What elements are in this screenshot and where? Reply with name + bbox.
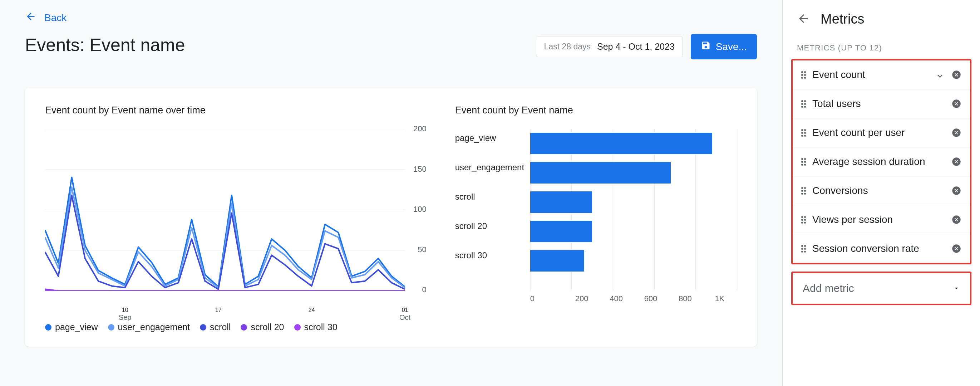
metrics-list: Event countTotal usersEvent count per us… (791, 59, 971, 264)
save-label: Save... (716, 41, 747, 53)
legend-label: user_engagement (118, 322, 190, 332)
back-button[interactable]: Back (25, 11, 67, 25)
line-chart[interactable]: 050100150200 10Sep172401Oct (45, 129, 426, 311)
y-tick: 0 (422, 285, 426, 294)
legend-item[interactable]: page_view (45, 322, 98, 332)
metric-row[interactable]: Session conversion rate (793, 234, 970, 263)
metric-row[interactable]: Average session duration (793, 147, 970, 176)
save-button[interactable]: Save... (691, 34, 757, 59)
drag-handle-icon[interactable] (801, 129, 806, 137)
bar-row (530, 246, 737, 276)
bar-row (530, 129, 737, 158)
remove-metric-icon[interactable] (951, 244, 961, 254)
bar-x-tick: 400 (599, 294, 633, 303)
y-tick: 50 (418, 245, 426, 254)
line-chart-block: Event count by Event name over time 0501… (45, 105, 426, 332)
legend-color-dot (240, 324, 247, 330)
legend-label: scroll (210, 322, 231, 332)
series-scroll 30 (45, 290, 405, 291)
metric-row[interactable]: Event count (793, 61, 970, 89)
metrics-panel: Metrics METRICS (UP TO 12) Event countTo… (782, 0, 980, 386)
date-absolute-label: Sep 4 - Oct 1, 2023 (597, 41, 675, 52)
legend-label: scroll 20 (251, 322, 284, 332)
legend-color-dot (45, 324, 51, 330)
drag-handle-icon[interactable] (801, 216, 806, 223)
x-tick: 24 (309, 307, 315, 313)
legend-color-dot (200, 324, 206, 330)
x-tick: 17 (215, 307, 222, 313)
header-actions: Last 28 days Sep 4 - Oct 1, 2023 Save... (536, 34, 757, 59)
metric-name: Average session duration (812, 156, 945, 167)
bar-chart-title: Event count by Event name (455, 105, 737, 116)
legend-color-dot (294, 324, 301, 330)
drag-handle-icon[interactable] (801, 71, 806, 79)
legend-item[interactable]: scroll 30 (294, 322, 337, 332)
bar (530, 162, 671, 183)
add-metric-label: Add metric (803, 282, 854, 294)
legend-color-dot (108, 324, 115, 330)
metric-row[interactable]: Views per session (793, 205, 970, 234)
bar-label: scroll 30 (455, 250, 527, 260)
panel-back-icon[interactable] (797, 12, 810, 27)
bar-label: scroll 20 (455, 221, 527, 231)
drag-handle-icon[interactable] (801, 187, 806, 195)
save-icon (701, 40, 711, 53)
bar (530, 133, 712, 154)
bar-row (530, 217, 737, 246)
metrics-subtitle: METRICS (UP TO 12) (783, 37, 980, 59)
add-metric-dropdown[interactable]: Add metric (791, 271, 971, 305)
bar (530, 221, 592, 242)
remove-metric-icon[interactable] (951, 215, 961, 225)
bar (530, 250, 584, 271)
metric-name: Conversions (812, 185, 945, 196)
metric-name: Session conversion rate (812, 243, 945, 254)
bar-label: page_view (455, 133, 527, 143)
main-content: Back Events: Event name Last 28 days Sep… (0, 0, 782, 386)
metric-row[interactable]: Event count per user (793, 118, 970, 147)
back-label: Back (45, 12, 67, 24)
charts-card: Event count by Event name over time 0501… (25, 88, 757, 347)
remove-metric-icon[interactable] (951, 128, 961, 138)
legend-label: scroll 30 (304, 322, 337, 332)
metric-row[interactable]: Conversions (793, 176, 970, 205)
bar-chart[interactable]: page_viewuser_engagementscrollscroll 20s… (455, 129, 737, 308)
bar-label: user_engagement (455, 163, 527, 172)
bar-x-tick: 0 (530, 294, 565, 303)
drag-handle-icon[interactable] (801, 158, 806, 166)
bar-x-tick: 600 (633, 294, 668, 303)
metric-name: Event count (812, 69, 929, 80)
bar-chart-block: Event count by Event name page_viewuser_… (455, 105, 737, 332)
date-relative-label: Last 28 days (544, 42, 591, 51)
x-tick: 01Oct (399, 307, 410, 322)
series-page_view (45, 177, 405, 287)
drag-handle-icon[interactable] (801, 245, 806, 252)
metric-name: Total users (812, 98, 945, 110)
metrics-panel-title: Metrics (821, 11, 864, 27)
remove-metric-icon[interactable] (951, 186, 961, 196)
legend-label: page_view (55, 322, 98, 332)
arrow-left-icon (25, 11, 37, 25)
legend-item[interactable]: scroll (200, 322, 231, 332)
metric-name: Event count per user (812, 127, 945, 139)
legend-item[interactable]: user_engagement (108, 322, 190, 332)
remove-metric-icon[interactable] (951, 99, 961, 109)
metric-row[interactable]: Total users (793, 89, 970, 118)
bar (530, 191, 592, 213)
bar-x-tick: 800 (668, 294, 702, 303)
remove-metric-icon[interactable] (951, 70, 961, 80)
legend-item[interactable]: scroll 20 (240, 322, 284, 332)
sort-descending-icon[interactable] (935, 70, 945, 80)
x-tick: 10Sep (119, 307, 132, 322)
date-range-picker[interactable]: Last 28 days Sep 4 - Oct 1, 2023 (536, 36, 683, 57)
remove-metric-icon[interactable] (951, 157, 961, 167)
line-chart-legend: page_viewuser_engagementscrollscroll 20s… (45, 322, 426, 332)
metric-name: Views per session (812, 214, 945, 225)
bar-x-tick: 200 (565, 294, 599, 303)
chevron-down-icon (953, 282, 960, 294)
bar-row (530, 158, 737, 187)
y-tick: 100 (413, 205, 426, 214)
bar-label: scroll (455, 192, 527, 202)
bar-row (530, 187, 737, 217)
line-chart-title: Event count by Event name over time (45, 105, 426, 116)
drag-handle-icon[interactable] (801, 100, 806, 108)
